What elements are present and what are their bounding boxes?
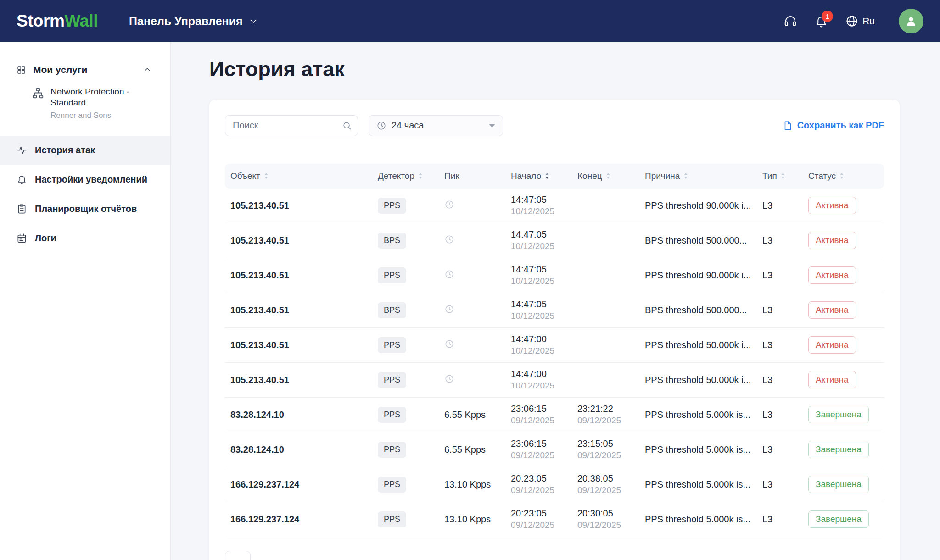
- end-cell: [577, 240, 645, 241]
- start-date: 10/12/2025: [511, 206, 574, 216]
- sort-icon: [419, 173, 422, 179]
- notifications-bell-icon[interactable]: 1: [815, 15, 828, 28]
- reason-cell: BPS threshold 500.000...: [645, 305, 762, 316]
- sort-icon: [545, 173, 549, 179]
- end-cell: 23:15:05 09/12/2025: [577, 438, 645, 460]
- user-avatar[interactable]: [899, 9, 923, 33]
- table-row[interactable]: 83.28.124.10 PPS 6.55 Kpps 23:06:15 09/1…: [225, 398, 884, 432]
- control-panel-dropdown[interactable]: Панель Управления: [129, 15, 258, 28]
- reason-cell: PPS threshold 50.000k i...: [645, 340, 762, 350]
- sidebar-item-network-protection[interactable]: Network Protection - Standard Renner and…: [0, 82, 170, 129]
- start-time: 14:47:05: [511, 194, 574, 205]
- start-cell: 14:47:05 10/12/2025: [511, 299, 577, 321]
- reason-cell: PPS threshold 90.000k i...: [645, 200, 762, 211]
- period-filter-dropdown[interactable]: 24 часа: [369, 115, 503, 136]
- status-badge: Активна: [808, 232, 856, 249]
- peak-cell: 6.55 Kpps: [444, 444, 511, 455]
- table-row[interactable]: 83.28.124.10 PPS 6.55 Kpps 23:06:15 09/1…: [225, 432, 884, 467]
- reason-cell: PPS threshold 50.000k i...: [645, 375, 762, 385]
- end-cell: [577, 275, 645, 276]
- user-icon: [904, 14, 918, 28]
- header-status[interactable]: Статус: [808, 171, 884, 181]
- header-object[interactable]: Объект: [225, 171, 378, 181]
- table-row[interactable]: 166.129.237.124 PPS 13.10 Kpps 20:23:05 …: [225, 502, 884, 537]
- support-headset-icon[interactable]: [783, 14, 797, 28]
- end-date: 09/12/2025: [577, 520, 641, 530]
- sidebar-item-report-scheduler[interactable]: Планировщик отчётов: [0, 194, 170, 224]
- start-time: 23:06:15: [511, 438, 574, 449]
- network-protection-icon: [32, 86, 44, 120]
- object-cell: 83.28.124.10: [225, 410, 378, 420]
- header-start[interactable]: Начало: [511, 171, 577, 181]
- object-cell: 166.129.237.124: [225, 514, 378, 525]
- logs-calendar-icon: [17, 233, 27, 244]
- table-row[interactable]: 105.213.40.51 PPS 14:47:05 10/12/2025 PP…: [225, 258, 884, 293]
- sidebar-nav: История атак Настройки уведомлений Плани…: [0, 136, 170, 253]
- stormwall-logo[interactable]: StormWall: [17, 11, 98, 31]
- peak-clock-icon: [444, 374, 454, 384]
- status-badge: Завершена: [808, 476, 869, 493]
- sidebar-item-logs[interactable]: Логи: [0, 224, 170, 253]
- pagination-prev-button[interactable]: [225, 551, 251, 560]
- table-body: 105.213.40.51 PPS 14:47:05 10/12/2025 PP…: [225, 189, 884, 537]
- end-cell: 20:38:05 09/12/2025: [577, 473, 645, 495]
- type-cell: L3: [762, 270, 808, 281]
- start-date: 10/12/2025: [511, 311, 574, 321]
- sidebar: Мои услуги Network Protection - Standard…: [0, 42, 171, 560]
- table-row[interactable]: 105.213.40.51 BPS 14:47:05 10/12/2025 BP…: [225, 223, 884, 258]
- header-detector[interactable]: Детектор: [378, 171, 444, 181]
- start-date: 10/12/2025: [511, 241, 574, 251]
- detector-cell: PPS: [378, 442, 444, 458]
- detector-cell: BPS: [378, 233, 444, 249]
- sidebar-item-label: История атак: [35, 145, 95, 155]
- start-cell: 14:47:00 10/12/2025: [511, 369, 577, 391]
- peak-value: 6.55 Kpps: [444, 444, 486, 455]
- start-cell: 20:23:05 09/12/2025: [511, 508, 577, 530]
- caret-down-icon: [489, 124, 495, 128]
- table-row[interactable]: 105.213.40.51 PPS 14:47:05 10/12/2025 PP…: [225, 189, 884, 223]
- end-cell: 23:21:22 09/12/2025: [577, 404, 645, 426]
- search-input[interactable]: [225, 115, 358, 136]
- sidebar-item-label: Логи: [35, 233, 56, 244]
- end-cell: [577, 344, 645, 346]
- status-badge: Активна: [808, 197, 856, 214]
- end-date: 09/12/2025: [577, 450, 641, 460]
- attacks-table: Объект Детектор Пик Начало Конец Причина…: [225, 164, 884, 537]
- end-date: 09/12/2025: [577, 416, 641, 426]
- type-cell: L3: [762, 410, 808, 420]
- service-company: Renner and Sons: [50, 111, 142, 120]
- status-cell: Активна: [808, 301, 884, 319]
- detector-chip: PPS: [378, 198, 406, 214]
- type-cell: L3: [762, 235, 808, 246]
- start-time: 20:23:05: [511, 473, 574, 484]
- page-title: История атак: [209, 59, 900, 80]
- table-row[interactable]: 105.213.40.51 BPS 14:47:05 10/12/2025 BP…: [225, 293, 884, 328]
- peak-cell: 13.10 Kpps: [444, 514, 511, 525]
- language-selector[interactable]: Ru: [845, 15, 875, 28]
- object-cell: 105.213.40.51: [225, 375, 378, 385]
- table-row[interactable]: 105.213.40.51 PPS 14:47:00 10/12/2025 PP…: [225, 363, 884, 398]
- detector-cell: PPS: [378, 477, 444, 493]
- object-cell: 105.213.40.51: [225, 340, 378, 350]
- search-icon: [342, 121, 352, 131]
- type-cell: L3: [762, 375, 808, 385]
- status-badge: Завершена: [808, 441, 869, 458]
- control-panel-label: Панель Управления: [129, 15, 243, 28]
- table-row[interactable]: 105.213.40.51 PPS 14:47:00 10/12/2025 PP…: [225, 328, 884, 363]
- search-box: [225, 115, 358, 136]
- pagination: [225, 551, 884, 560]
- sidebar-section-my-services[interactable]: Мои услуги: [0, 58, 170, 82]
- table-row[interactable]: 166.129.237.124 PPS 13.10 Kpps 20:23:05 …: [225, 467, 884, 502]
- sidebar-item-notification-settings[interactable]: Настройки уведомлений: [0, 165, 170, 194]
- bell-icon: [17, 174, 27, 185]
- header-end[interactable]: Конец: [577, 171, 645, 181]
- object-cell: 105.213.40.51: [225, 270, 378, 281]
- detector-cell: PPS: [378, 198, 444, 214]
- save-pdf-button[interactable]: Сохранить как PDF: [783, 120, 884, 131]
- status-cell: Активна: [808, 266, 884, 284]
- sidebar-item-attack-history[interactable]: История атак: [0, 136, 170, 165]
- header-type[interactable]: Тип: [762, 171, 808, 181]
- header-reason[interactable]: Причина: [645, 171, 762, 181]
- peak-cell: 6.55 Kpps: [444, 410, 511, 420]
- attack-history-card: 24 часа Сохранить как PDF Объект Детекто…: [209, 100, 900, 560]
